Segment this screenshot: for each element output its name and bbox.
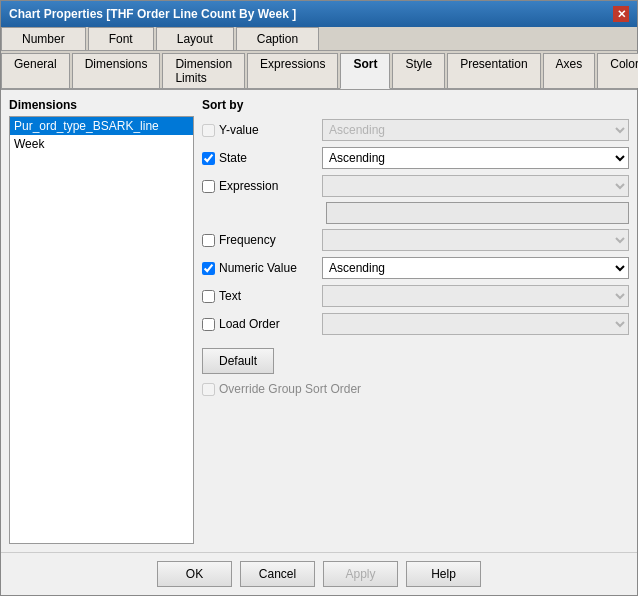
tab-caption[interactable]: Caption [236,27,319,50]
y-value-label: Y-value [202,123,322,137]
state-checkbox[interactable] [202,152,215,165]
tab-layout[interactable]: Layout [156,27,234,50]
load-order-select[interactable] [322,313,629,335]
tab-sort[interactable]: Sort [340,53,390,89]
expression-input[interactable] [326,202,629,224]
y-value-select[interactable]: Ascending Descending [322,119,629,141]
frequency-label: Frequency [202,233,322,247]
dimensions-label: Dimensions [9,98,194,112]
text-checkbox[interactable] [202,290,215,303]
window-title: Chart Properties [THF Order Line Count B… [9,7,296,21]
numeric-value-label: Numeric Value [202,261,322,275]
list-item[interactable]: Week [10,135,193,153]
tab-presentation[interactable]: Presentation [447,53,540,88]
text-select[interactable] [322,285,629,307]
title-bar: Chart Properties [THF Order Line Count B… [1,1,637,27]
sort-row-expression: Expression [202,174,629,198]
tab-style[interactable]: Style [392,53,445,88]
tab-axes[interactable]: Axes [543,53,596,88]
frequency-checkbox[interactable] [202,234,215,247]
help-button[interactable]: Help [406,561,481,587]
override-label: Override Group Sort Order [219,382,361,396]
expression-select[interactable] [322,175,629,197]
tab-general[interactable]: General [1,53,70,88]
dimensions-listbox[interactable]: Pur_ord_type_BSARK_line Week [9,116,194,544]
frequency-select[interactable] [322,229,629,251]
sort-row-text: Text [202,284,629,308]
cancel-button[interactable]: Cancel [240,561,315,587]
override-row: Override Group Sort Order [202,382,629,396]
tab-dimensions[interactable]: Dimensions [72,53,161,88]
sort-row-load-order: Load Order [202,312,629,336]
default-button[interactable]: Default [202,348,274,374]
ok-button[interactable]: OK [157,561,232,587]
y-value-checkbox[interactable] [202,124,215,137]
expression-checkbox[interactable] [202,180,215,193]
close-button[interactable]: ✕ [613,6,629,22]
right-panel: Sort by Y-value Ascending Descending Sta… [202,98,629,544]
state-label: State [202,151,322,165]
numeric-value-checkbox[interactable] [202,262,215,275]
numeric-value-select[interactable]: Ascending Descending [322,257,629,279]
bottom-tab-bar: General Dimensions Dimension Limits Expr… [1,51,637,90]
sort-by-label: Sort by [202,98,629,112]
top-tab-bar: Number Font Layout Caption [1,27,637,51]
footer: OK Cancel Apply Help [1,552,637,595]
sort-row-frequency: Frequency [202,228,629,252]
tab-colors[interactable]: Colors [597,53,638,88]
expression-label: Expression [202,179,322,193]
text-label: Text [202,289,322,303]
left-panel: Dimensions Pur_ord_type_BSARK_line Week [9,98,194,544]
expression-input-row [202,202,629,224]
sort-row-numeric-value: Numeric Value Ascending Descending [202,256,629,280]
content-area: Dimensions Pur_ord_type_BSARK_line Week … [1,90,637,552]
state-select[interactable]: Ascending Descending [322,147,629,169]
load-order-checkbox[interactable] [202,318,215,331]
sort-row-state: State Ascending Descending [202,146,629,170]
override-checkbox[interactable] [202,383,215,396]
sort-row-y-value: Y-value Ascending Descending [202,118,629,142]
tab-expressions[interactable]: Expressions [247,53,338,88]
main-window: Chart Properties [THF Order Line Count B… [0,0,638,596]
tab-font[interactable]: Font [88,27,154,50]
apply-button[interactable]: Apply [323,561,398,587]
tab-number[interactable]: Number [1,27,86,50]
tab-dimension-limits[interactable]: Dimension Limits [162,53,245,88]
load-order-label: Load Order [202,317,322,331]
list-item[interactable]: Pur_ord_type_BSARK_line [10,117,193,135]
